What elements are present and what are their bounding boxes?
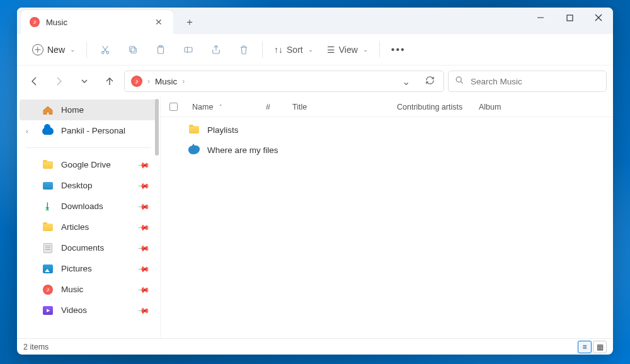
chevron-right-icon[interactable]: › (26, 127, 28, 135)
sidebar-item-label: Desktop (61, 181, 93, 190)
pin-icon: 📌 (137, 262, 151, 275)
select-all-checkbox[interactable] (169, 103, 188, 111)
sidebar: Home › Pankil - Personal Google Drive 📌 … (17, 97, 161, 338)
file-explorer-window: Music ✕ ＋ New ⌄ ↑↓ Sort ⌄ ☰ (17, 8, 613, 355)
view-button[interactable]: ☰ View ⌄ (321, 39, 374, 60)
tab-music[interactable]: Music ✕ (21, 10, 173, 34)
share-button[interactable] (203, 39, 229, 60)
pin-icon: 📌 (137, 158, 151, 171)
column-album[interactable]: Album (475, 103, 562, 111)
pictures-icon (42, 263, 54, 275)
sidebar-item-videos[interactable]: Videos 📌 (20, 300, 158, 321)
minimize-button[interactable] (526, 8, 555, 28)
view-icon: ☰ (327, 45, 335, 55)
sidebar-item-label: Documents (61, 243, 104, 253)
new-button[interactable]: New ⌄ (26, 39, 81, 60)
search-box[interactable] (448, 71, 607, 92)
status-bar: 2 items ≡ ▦ (17, 338, 613, 355)
file-name: Where are my files (207, 145, 278, 155)
more-button[interactable]: ••• (385, 39, 412, 60)
recent-locations-button[interactable] (74, 71, 95, 92)
cut-button[interactable] (92, 39, 118, 60)
cloud-icon (42, 125, 54, 137)
sidebar-item-downloads[interactable]: ⭳Downloads 📌 (20, 196, 158, 217)
folder-icon (42, 159, 54, 171)
sidebar-scrollbar[interactable] (155, 99, 159, 156)
sidebar-item-label: Downloads (61, 202, 103, 211)
sidebar-item-label: Articles (61, 222, 89, 232)
search-input[interactable] (471, 77, 600, 86)
folder-icon (188, 124, 200, 135)
sort-icon: ↑↓ (274, 45, 283, 55)
sidebar-item-documents[interactable]: Documents 📌 (20, 237, 158, 258)
sort-label: Sort (287, 45, 303, 55)
tab-title: Music (46, 18, 151, 27)
column-artists[interactable]: Contributing artists (393, 103, 475, 111)
sidebar-item-desktop[interactable]: Desktop 📌 (20, 175, 158, 196)
sidebar-item-label: Videos (61, 305, 87, 315)
toolbar: New ⌄ ↑↓ Sort ⌄ ☰ View ⌄ ••• (17, 34, 613, 65)
column-number[interactable]: # (262, 103, 289, 111)
chevron-down-icon: ⌄ (70, 46, 75, 53)
folder-icon (42, 222, 54, 233)
sidebar-item-label: Google Drive (61, 160, 111, 169)
column-name[interactable]: Name˄ (188, 103, 262, 111)
svg-rect-1 (567, 15, 573, 21)
delete-button[interactable] (231, 39, 257, 60)
forward-button[interactable] (49, 71, 70, 92)
view-label: View (339, 45, 358, 55)
copy-button[interactable] (120, 39, 146, 60)
pin-icon: 📌 (137, 241, 151, 254)
pin-icon: 📌 (137, 200, 151, 213)
paste-button[interactable] (147, 39, 174, 60)
chevron-down-icon: ⌄ (308, 46, 313, 53)
more-icon: ••• (391, 44, 406, 55)
view-toggle-group: ≡ ▦ (578, 341, 607, 353)
close-tab-button[interactable]: ✕ (151, 14, 167, 30)
svg-rect-8 (131, 48, 136, 53)
item-count: 2 items (23, 343, 49, 351)
plus-circle-icon (32, 44, 43, 55)
details-view-toggle[interactable]: ≡ (578, 341, 592, 353)
chevron-right-icon: › (182, 77, 185, 86)
grid-view-toggle[interactable]: ▦ (593, 341, 607, 353)
refresh-button[interactable] (420, 76, 440, 88)
pin-icon: 📌 (137, 283, 151, 296)
column-title[interactable]: Title (289, 103, 393, 111)
sidebar-item-home[interactable]: Home (20, 100, 158, 120)
breadcrumb-location[interactable]: Music (155, 77, 177, 86)
document-icon (42, 242, 54, 254)
videos-icon (42, 305, 54, 316)
file-row[interactable]: Playlists (169, 120, 604, 140)
new-tab-button[interactable]: ＋ (180, 12, 200, 32)
pin-icon: 📌 (137, 304, 151, 317)
sort-button[interactable]: ↑↓ Sort ⌄ (268, 39, 319, 60)
address-bar[interactable]: › Music › ⌄ (124, 71, 444, 92)
sidebar-item-articles[interactable]: Articles 📌 (20, 217, 158, 237)
back-button[interactable] (23, 71, 45, 92)
shortcut-icon (188, 144, 200, 156)
address-history-dropdown[interactable]: ⌄ (397, 76, 415, 88)
sidebar-item-pictures[interactable]: Pictures 📌 (20, 258, 158, 279)
titlebar: Music ✕ ＋ (17, 8, 613, 34)
sidebar-item-onedrive[interactable]: › Pankil - Personal (20, 120, 158, 141)
content-pane: Name˄ # Title Contributing artists Album… (161, 97, 613, 338)
file-list: Playlists Where are my files (161, 117, 613, 338)
column-headers: Name˄ # Title Contributing artists Album (161, 97, 613, 117)
home-icon (42, 105, 54, 116)
sidebar-item-label: Music (61, 285, 83, 294)
file-name: Playlists (207, 125, 239, 135)
close-window-button[interactable] (584, 8, 613, 28)
up-button[interactable] (99, 71, 120, 92)
file-row[interactable]: Where are my files (169, 140, 604, 160)
maximize-button[interactable] (555, 8, 584, 28)
pin-icon: 📌 (137, 220, 151, 234)
sidebar-item-label: Pictures (61, 264, 92, 273)
sidebar-item-google-drive[interactable]: Google Drive 📌 (20, 154, 158, 175)
new-label: New (47, 45, 65, 55)
search-icon (455, 76, 464, 88)
rename-button[interactable] (175, 39, 202, 60)
svg-rect-12 (185, 47, 192, 52)
download-icon: ⭳ (42, 201, 54, 212)
sidebar-item-music[interactable]: Music 📌 (20, 279, 158, 300)
